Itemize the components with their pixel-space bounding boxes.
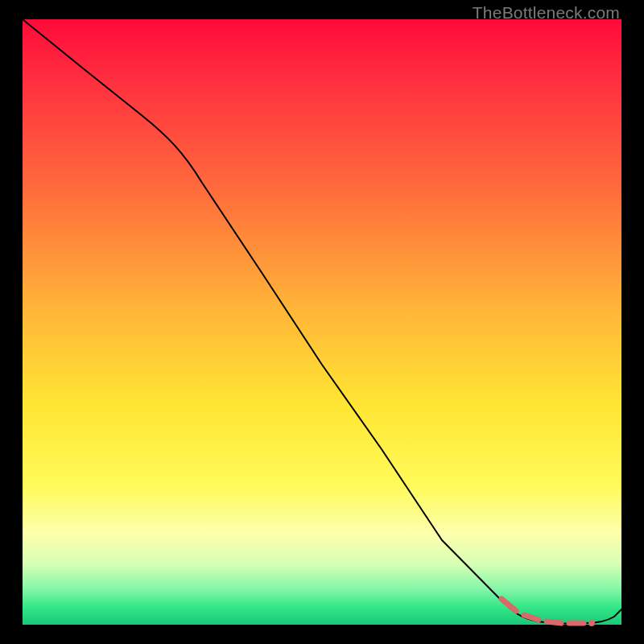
svg-line-1 xyxy=(524,615,539,620)
svg-line-0 xyxy=(502,599,516,611)
highlight-end-dot xyxy=(588,620,595,626)
plot-area xyxy=(23,19,621,625)
svg-line-2 xyxy=(547,621,561,623)
highlight-range xyxy=(502,599,595,626)
main-curve xyxy=(23,19,621,624)
chart-frame: TheBottleneck.com xyxy=(0,0,644,644)
curve-svg xyxy=(23,19,621,625)
